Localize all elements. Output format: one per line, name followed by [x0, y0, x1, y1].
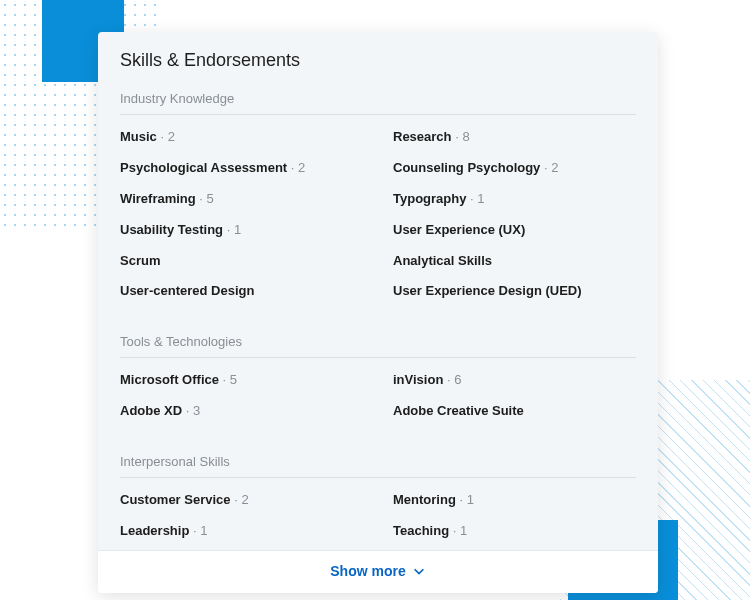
- skill-name: Wireframing: [120, 191, 196, 206]
- skills-grid: Music · 2 Research · 8 Psychological Ass…: [120, 115, 636, 318]
- skill-name: Mentoring: [393, 492, 456, 507]
- skill-name: Customer Service: [120, 492, 231, 507]
- skill-item[interactable]: Adobe Creative Suite: [393, 403, 636, 420]
- show-more-label: Show more: [330, 563, 405, 579]
- skill-count: · 1: [223, 222, 241, 237]
- skill-item[interactable]: Scrum: [120, 253, 363, 270]
- section-title: Interpersonal Skills: [120, 438, 636, 478]
- skill-name: Analytical Skills: [393, 253, 492, 268]
- card-title: Skills & Endorsements: [98, 32, 658, 75]
- skills-grid: Customer Service · 2 Mentoring · 1 Leade…: [120, 478, 636, 550]
- skill-item[interactable]: Adobe XD · 3: [120, 403, 363, 420]
- skill-name: User-centered Design: [120, 283, 254, 298]
- section-tools-technologies: Tools & Technologies Microsoft Office · …: [98, 318, 658, 438]
- skill-count: · 6: [443, 372, 461, 387]
- skill-item[interactable]: Psychological Assessment · 2: [120, 160, 363, 177]
- skill-item[interactable]: Wireframing · 5: [120, 191, 363, 208]
- skill-item[interactable]: Customer Service · 2: [120, 492, 363, 509]
- skill-item[interactable]: Music · 2: [120, 129, 363, 146]
- skill-count: · 5: [219, 372, 237, 387]
- skill-name: inVision: [393, 372, 443, 387]
- skill-item[interactable]: Typography · 1: [393, 191, 636, 208]
- skill-count: · 8: [452, 129, 470, 144]
- skill-name: Psychological Assessment: [120, 160, 287, 175]
- show-more-button[interactable]: Show more: [98, 550, 658, 593]
- skill-count: · 2: [157, 129, 175, 144]
- skill-name: Music: [120, 129, 157, 144]
- skills-card: Skills & Endorsements Industry Knowledge…: [98, 32, 658, 593]
- skill-item[interactable]: Microsoft Office · 5: [120, 372, 363, 389]
- skill-name: Scrum: [120, 253, 160, 268]
- skill-name: Adobe Creative Suite: [393, 403, 524, 418]
- section-title: Tools & Technologies: [120, 318, 636, 358]
- skill-item[interactable]: User-centered Design: [120, 283, 363, 300]
- section-title: Industry Knowledge: [120, 75, 636, 115]
- skill-name: User Experience Design (UED): [393, 283, 582, 298]
- skill-name: Usability Testing: [120, 222, 223, 237]
- skill-name: Research: [393, 129, 452, 144]
- skill-item[interactable]: Analytical Skills: [393, 253, 636, 270]
- skill-name: Microsoft Office: [120, 372, 219, 387]
- skill-item[interactable]: Counseling Psychology · 2: [393, 160, 636, 177]
- skill-count: · 2: [540, 160, 558, 175]
- skill-count: · 5: [196, 191, 214, 206]
- skill-count: · 1: [449, 523, 467, 538]
- skill-item[interactable]: Mentoring · 1: [393, 492, 636, 509]
- skill-count: · 2: [231, 492, 249, 507]
- skill-item[interactable]: Leadership · 1: [120, 523, 363, 540]
- skill-item[interactable]: Usability Testing · 1: [120, 222, 363, 239]
- skill-name: User Experience (UX): [393, 222, 525, 237]
- skill-item[interactable]: Teaching · 1: [393, 523, 636, 540]
- skill-name: Typography: [393, 191, 466, 206]
- skill-item[interactable]: User Experience (UX): [393, 222, 636, 239]
- skill-name: Teaching: [393, 523, 449, 538]
- skill-count: · 3: [182, 403, 200, 418]
- skill-item[interactable]: inVision · 6: [393, 372, 636, 389]
- skill-item[interactable]: User Experience Design (UED): [393, 283, 636, 300]
- chevron-down-icon: [412, 564, 426, 578]
- section-interpersonal-skills: Interpersonal Skills Customer Service · …: [98, 438, 658, 550]
- skill-item[interactable]: Research · 8: [393, 129, 636, 146]
- skill-count: · 1: [466, 191, 484, 206]
- skills-grid: Microsoft Office · 5 inVision · 6 Adobe …: [120, 358, 636, 438]
- skill-count: · 1: [456, 492, 474, 507]
- skill-count: · 1: [189, 523, 207, 538]
- section-industry-knowledge: Industry Knowledge Music · 2 Research · …: [98, 75, 658, 318]
- skill-name: Adobe XD: [120, 403, 182, 418]
- skill-name: Leadership: [120, 523, 189, 538]
- skill-count: · 2: [287, 160, 305, 175]
- skill-name: Counseling Psychology: [393, 160, 540, 175]
